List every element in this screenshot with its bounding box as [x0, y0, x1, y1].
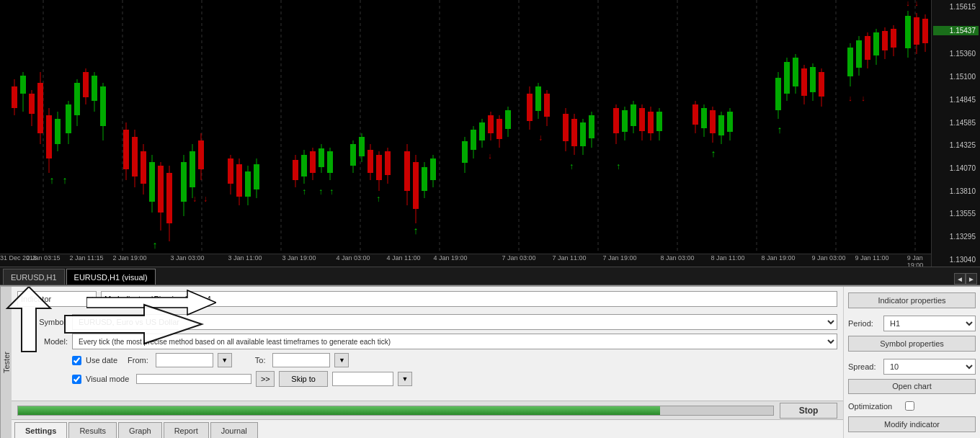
date-row: Use date From: 2019.01.01 ▼ To: 2019.07.… [17, 353, 837, 367]
svg-rect-88 [385, 151, 391, 175]
price-1.14585: 1.14585 [933, 119, 979, 127]
symbol-select[interactable]: EURUSD, Euro vs US Dollar [72, 314, 837, 330]
from-date-input[interactable]: 2019.01.01 [156, 353, 213, 367]
from-label: From: [128, 356, 148, 365]
skip-to-button[interactable]: Skip to [279, 371, 328, 387]
tab-eurusd-h1[interactable]: EURUSD,H1 [3, 269, 65, 285]
from-calendar-button[interactable]: ▼ [218, 353, 232, 367]
tab-results[interactable]: Results [68, 422, 117, 438]
price-1.15360: 1.15360 [933, 50, 979, 58]
fast-forward-button[interactable]: >> [256, 371, 275, 387]
skip-to-date-input[interactable]: 2019.07.19 [332, 372, 393, 386]
bottom-tabs: Settings Results Graph Report Journal [12, 419, 843, 438]
svg-rect-166 [847, 48, 853, 76]
right-buttons-panel: Indicator properties Period: H1 M1 M5 M1… [843, 287, 980, 438]
svg-rect-126 [589, 115, 594, 138]
price-1.14070: 1.14070 [933, 164, 979, 172]
tab-graph[interactable]: Graph [118, 422, 162, 438]
indicator-type-select[interactable]: Indicator Expert Advisor Script [17, 291, 97, 307]
model-select[interactable]: Every tick (the most precise method base… [72, 334, 837, 349]
svg-rect-69 [301, 155, 307, 176]
svg-rect-115 [535, 86, 541, 111]
optimization-label: Optimization [848, 402, 902, 411]
progress-bar-outer [17, 406, 774, 416]
svg-rect-30 [74, 83, 80, 115]
to-label: To: [255, 356, 266, 365]
svg-rect-146 [710, 110, 716, 133]
use-date-text: Use date [86, 356, 117, 365]
svg-text:↓: ↓ [861, 94, 865, 102]
candles-chart: ↑ ↑ [0, 0, 931, 254]
svg-rect-161 [810, 67, 816, 92]
price-1.13295: 1.13295 [933, 233, 979, 241]
svg-rect-122 [571, 119, 577, 146]
time-4jan0300: 4 Jan 03:00 [336, 254, 370, 262]
svg-rect-55 [198, 140, 204, 169]
svg-rect-176 [891, 29, 896, 48]
svg-text:↑: ↑ [302, 187, 306, 197]
time-4jan1900: 4 Jan 19:00 [433, 254, 467, 262]
svg-rect-174 [882, 31, 888, 50]
skip-to-calendar-button[interactable]: ▼ [398, 372, 412, 386]
period-label: Period: [848, 319, 881, 328]
svg-text:↑: ↑ [376, 194, 380, 204]
svg-rect-134 [631, 104, 636, 126]
price-current: 1.15437 [933, 26, 979, 35]
price-1.13555: 1.13555 [933, 210, 979, 218]
svg-rect-61 [236, 164, 242, 197]
optimization-checkbox[interactable] [905, 401, 914, 411]
use-date-checkbox[interactable] [72, 356, 81, 365]
svg-rect-48 [166, 173, 172, 223]
price-1.14845: 1.14845 [933, 96, 979, 104]
svg-rect-91 [404, 151, 410, 191]
tab-eurusd-h1-visual[interactable]: EURUSD,H1 (visual) [66, 269, 156, 285]
svg-rect-142 [692, 104, 698, 125]
tab-settings[interactable]: Settings [14, 422, 67, 438]
modify-indicator-button[interactable]: Modify indicator [848, 416, 976, 432]
to-date-input[interactable]: 2019.07.09 [272, 353, 330, 367]
time-8jan0300: 8 Jan 03:00 [660, 254, 694, 262]
svg-rect-22 [46, 115, 52, 158]
svg-rect-117 [544, 94, 550, 117]
time-9jan1100: 9 Jan 11:00 [855, 254, 888, 262]
indicator-properties-button[interactable]: Indicator properties [848, 292, 976, 308]
time-9jan1900: 9 Jan 19:00 [907, 254, 924, 267]
time-2jan1900: 2 Jan 19:00 [112, 254, 146, 262]
tester-label[interactable]: Tester [0, 287, 12, 438]
svg-text:↓: ↓ [488, 151, 492, 160]
open-chart-button[interactable]: Open chart [848, 379, 976, 395]
chart-tab-bar: EURUSD,H1 EURUSD,H1 (visual) ◄ ► [0, 267, 980, 285]
period-select[interactable]: H1 M1 M5 M15 M30 H4 D1 [883, 316, 976, 331]
tab-journal[interactable]: Journal [210, 422, 258, 438]
svg-rect-144 [701, 108, 707, 128]
svg-rect-24 [55, 119, 61, 144]
to-calendar-button[interactable]: ▼ [334, 353, 349, 367]
svg-rect-170 [865, 36, 870, 60]
svg-rect-148 [718, 115, 724, 135]
tab-report[interactable]: Report [164, 422, 209, 438]
symbol-properties-button[interactable]: Symbol properties [848, 336, 976, 352]
svg-rect-63 [245, 171, 251, 197]
time-axis: 31 Dec 2018 2 Jan 03:15 2 Jan 11:15 2 Ja… [0, 254, 931, 267]
svg-rect-93 [413, 162, 419, 209]
indicator-path-input[interactable]: My Indicators\Piercing-Ind.ex4 [101, 291, 837, 307]
time-3jan0300: 3 Jan 03:00 [170, 254, 204, 262]
tab-nav-prev[interactable]: ◄ [954, 273, 966, 285]
spread-select[interactable]: 10 5 15 20 Current [883, 359, 976, 375]
settings-form: Symbol: EURUSD, Euro vs US Dollar Model:… [12, 308, 843, 401]
svg-rect-80 [350, 144, 356, 166]
visual-mode-checkbox[interactable] [72, 375, 81, 384]
tab-nav-next[interactable]: ► [966, 273, 977, 285]
svg-rect-120 [563, 114, 569, 141]
svg-rect-159 [801, 68, 807, 96]
svg-text:↑: ↑ [63, 174, 68, 186]
svg-rect-84 [368, 150, 373, 173]
svg-rect-130 [613, 108, 619, 133]
use-date-label [17, 356, 68, 365]
visual-mode-label: Visual mode [86, 375, 129, 383]
spread-row: Spread: 10 5 15 20 Current [848, 359, 976, 375]
progress-row: Stop [12, 401, 843, 419]
tab-nav: ◄ ► [954, 273, 980, 285]
svg-rect-157 [793, 58, 798, 86]
stop-button[interactable]: Stop [780, 403, 837, 419]
